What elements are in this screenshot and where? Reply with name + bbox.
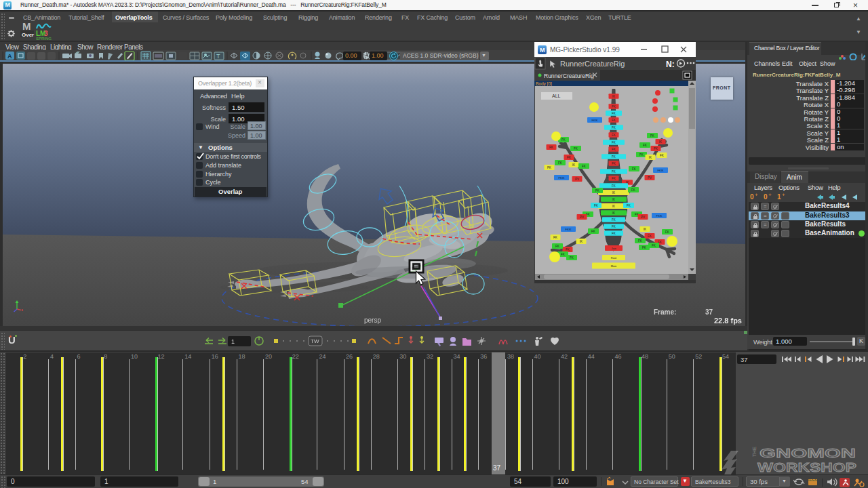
svg-text:FK: FK bbox=[570, 256, 574, 260]
svg-text:FK: FK bbox=[612, 119, 616, 122]
svg-text:FKIK: FKIK bbox=[566, 228, 572, 231]
svg-text:37: 37 bbox=[705, 308, 713, 316]
svg-text:FK: FK bbox=[595, 189, 599, 192]
svg-text:1: 1 bbox=[231, 338, 235, 345]
svg-text:THE: THE bbox=[751, 447, 757, 457]
svg-text:persp: persp bbox=[364, 317, 381, 324]
svg-text:FK: FK bbox=[612, 232, 616, 235]
svg-text:+: + bbox=[782, 192, 785, 198]
svg-text:M: M bbox=[540, 47, 545, 54]
svg-text:GNOMON: GNOMON bbox=[760, 446, 856, 460]
svg-text:FK: FK bbox=[567, 156, 571, 159]
svg-text:A: A bbox=[7, 53, 12, 60]
svg-text:FK: FK bbox=[612, 141, 616, 144]
svg-text:ALL: ALL bbox=[552, 94, 561, 98]
svg-text:WORKSHOP: WORKSHOP bbox=[757, 460, 856, 474]
svg-text:IK: IK bbox=[612, 95, 615, 98]
svg-text:IK: IK bbox=[644, 228, 646, 231]
svg-text:FK: FK bbox=[612, 126, 616, 129]
svg-text:Jaw: Jaw bbox=[611, 247, 616, 250]
svg-text:IK: IK bbox=[580, 240, 583, 243]
svg-text:FK: FK bbox=[627, 204, 631, 207]
svg-text:0: 0 bbox=[764, 193, 768, 201]
svg-text:FK: FK bbox=[612, 218, 616, 222]
svg-text:FK: FK bbox=[612, 155, 616, 159]
svg-text:IK: IK bbox=[612, 205, 615, 208]
svg-text:Frame:: Frame: bbox=[654, 308, 676, 316]
svg-text:RunnerCreatureRig: RunnerCreatureRig bbox=[560, 60, 625, 68]
svg-text:FK: FK bbox=[660, 154, 664, 157]
svg-text:FK: FK bbox=[561, 138, 566, 142]
svg-text:Body [0]: Body [0] bbox=[536, 81, 552, 87]
svg-text:IK: IK bbox=[659, 140, 662, 144]
svg-text:FK: FK bbox=[582, 165, 586, 168]
svg-text:IK: IK bbox=[612, 211, 615, 215]
svg-text:FK: FK bbox=[612, 148, 616, 151]
svg-text:PV: PV bbox=[648, 176, 652, 180]
svg-text:T: T bbox=[216, 53, 220, 60]
svg-text:FK: FK bbox=[654, 147, 658, 150]
svg-text:+: + bbox=[768, 192, 772, 198]
svg-text:FK: FK bbox=[591, 230, 595, 233]
svg-text:FK: FK bbox=[612, 225, 616, 228]
svg-text:SPRING: SPRING bbox=[36, 37, 52, 41]
svg-text:FKIK: FKIK bbox=[592, 119, 598, 122]
svg-text:FK: FK bbox=[612, 112, 616, 115]
svg-text:FK: FK bbox=[549, 146, 553, 149]
svg-text:IK: IK bbox=[649, 156, 652, 159]
svg-text:0: 0 bbox=[750, 193, 754, 201]
svg-text:FKIK: FKIK bbox=[658, 169, 664, 172]
svg-text:RunnerCreatureRig: RunnerCreatureRig bbox=[544, 73, 594, 79]
svg-text:FK: FK bbox=[652, 244, 656, 247]
svg-text:Main: Main bbox=[611, 264, 617, 268]
svg-text:PV: PV bbox=[575, 178, 579, 181]
svg-text:1: 1 bbox=[777, 193, 781, 201]
svg-text:FK: FK bbox=[566, 248, 570, 251]
svg-text:FK: FK bbox=[561, 253, 565, 256]
svg-text:FK: FK bbox=[639, 153, 644, 157]
svg-text:IK: IK bbox=[612, 198, 615, 201]
svg-text:FK: FK bbox=[612, 184, 616, 188]
svg-text:FK: FK bbox=[574, 147, 578, 150]
svg-text:N:: N: bbox=[666, 60, 675, 69]
svg-text:FK: FK bbox=[612, 162, 616, 165]
svg-text:IK: IK bbox=[612, 191, 615, 195]
svg-text:PV: PV bbox=[641, 216, 645, 219]
svg-text:PV: PV bbox=[580, 216, 584, 219]
svg-text:FK: FK bbox=[612, 105, 616, 108]
svg-text:FK: FK bbox=[638, 239, 642, 243]
svg-text:22.8 fps: 22.8 fps bbox=[714, 317, 742, 325]
svg-text:FK: FK bbox=[547, 166, 551, 169]
svg-text:FK: FK bbox=[558, 161, 562, 165]
svg-text:FK: FK bbox=[648, 235, 652, 238]
svg-text:FK: FK bbox=[650, 134, 654, 138]
svg-text:FK: FK bbox=[612, 177, 616, 180]
svg-text:FK: FK bbox=[594, 204, 598, 207]
svg-text:FK: FK bbox=[612, 134, 616, 137]
svg-text:+: + bbox=[755, 192, 758, 198]
svg-text:FK: FK bbox=[555, 245, 559, 248]
svg-text:FKIK: FKIK bbox=[559, 176, 565, 180]
svg-text:FK: FK bbox=[642, 246, 646, 249]
svg-text:FK: FK bbox=[665, 230, 669, 234]
svg-text:Root: Root bbox=[611, 256, 617, 260]
svg-text:FK: FK bbox=[631, 188, 635, 192]
svg-text:MG-PickerStudio v1.99: MG-PickerStudio v1.99 bbox=[550, 46, 620, 54]
svg-text:IK: IK bbox=[572, 163, 575, 167]
svg-text:FK: FK bbox=[553, 236, 557, 239]
svg-text:FK: FK bbox=[643, 144, 647, 147]
svg-text:FKIK: FKIK bbox=[656, 214, 663, 218]
svg-text:FK: FK bbox=[612, 170, 616, 174]
svg-text:TW: TW bbox=[311, 338, 319, 344]
svg-text:FK: FK bbox=[632, 167, 636, 171]
